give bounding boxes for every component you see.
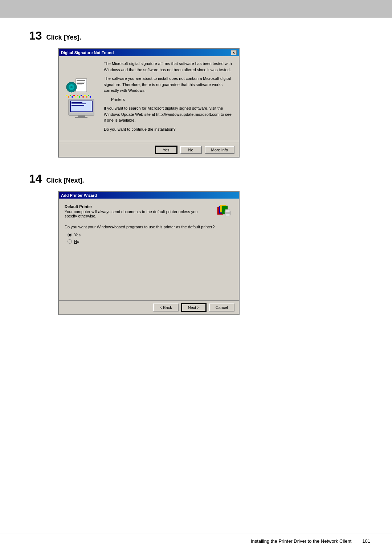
wizard-section-info: Default Printer Your computer will alway… — [65, 204, 203, 218]
radio-yes-label: Yes — [74, 233, 81, 237]
step-14-header: 14 Click [Next]. — [29, 172, 363, 186]
more-info-button[interactable]: More Info — [205, 146, 234, 154]
radio-no-label: No — [74, 239, 79, 244]
dialog-question: Do you want to continue the installation… — [104, 126, 234, 133]
radio-no-item: No — [68, 239, 233, 244]
svg-rect-27 — [72, 105, 84, 106]
no-button[interactable]: No — [180, 146, 202, 154]
svg-point-12 — [73, 95, 75, 96]
dialog-close-button[interactable]: × — [231, 50, 237, 55]
svg-rect-36 — [225, 214, 230, 216]
svg-point-20 — [88, 95, 89, 96]
step-13-instruction: Click [Yes]. — [46, 34, 81, 41]
dialog-title: Digital Signature Not Found — [61, 50, 114, 55]
step-14-section: 14 Click [Next]. Add Printer Wizard Defa… — [29, 172, 363, 315]
svg-rect-25 — [72, 102, 82, 103]
svg-point-16 — [81, 95, 82, 96]
digital-signature-icon — [65, 78, 98, 118]
dialog-text-content: The Microsoft digital signature affirms … — [104, 61, 234, 135]
svg-point-18 — [84, 95, 86, 96]
step-14-number: 14 — [29, 172, 42, 186]
radio-group: Yes No — [68, 233, 233, 244]
dialog-body: The Microsoft digital signature affirms … — [59, 56, 239, 139]
svg-point-13 — [75, 96, 77, 98]
wizard-body: Default Printer Your computer will alway… — [59, 199, 239, 300]
footer-text: Installing the Printer Driver to the Net… — [251, 538, 351, 544]
dialog-icon-area — [63, 61, 99, 135]
wizard-section-title: Default Printer — [65, 204, 203, 209]
wizard-section-desc: Your computer will always send documents… — [65, 209, 203, 218]
cancel-button[interactable]: Cancel — [209, 304, 234, 311]
dialog-titlebar: Digital Signature Not Found × — [59, 49, 239, 56]
step-13-number: 13 — [29, 29, 42, 42]
radio-yes-button[interactable] — [68, 233, 72, 237]
svg-point-19 — [86, 96, 87, 98]
svg-point-15 — [79, 96, 80, 98]
footer: Installing the Printer Driver to the Net… — [251, 538, 370, 544]
wizard-section-header: Default Printer Your computer will alway… — [65, 204, 233, 219]
svg-rect-2 — [77, 82, 85, 82]
svg-rect-4 — [77, 85, 82, 85]
footer-page: 101 — [362, 538, 370, 544]
dialog-text3: If you want to search for Microsoft digi… — [104, 105, 234, 123]
wizard-printer-icon — [217, 204, 231, 219]
step-14-instruction: Click [Next]. — [46, 177, 84, 184]
svg-point-11 — [72, 96, 73, 98]
dialog-buttons: Yes No More Info — [59, 143, 239, 157]
top-bar — [0, 0, 392, 18]
svg-rect-26 — [72, 103, 86, 104]
svg-rect-35 — [225, 209, 230, 212]
wizard-icon-area — [215, 204, 233, 219]
digital-signature-dialog: Digital Signature Not Found × — [58, 48, 240, 158]
dialog-text1: The Microsoft digital signature affirms … — [104, 61, 234, 73]
dialog-text2: The software you are about to install do… — [104, 76, 234, 94]
radio-no-button[interactable] — [68, 239, 72, 244]
wizard-titlebar: Add Printer Wizard — [59, 192, 239, 199]
wizard-question: Do you want your Windows-based programs … — [65, 225, 233, 229]
svg-point-10 — [70, 95, 71, 96]
svg-point-9 — [68, 96, 69, 98]
yes-button[interactable]: Yes — [155, 146, 177, 154]
svg-point-17 — [82, 96, 84, 98]
dialog-device-name: Printers — [111, 97, 234, 103]
svg-rect-29 — [75, 117, 87, 118]
svg-point-21 — [90, 96, 91, 98]
bottom-rule — [0, 534, 392, 534]
back-button[interactable]: < Back — [153, 304, 179, 311]
add-printer-wizard-dialog: Add Printer Wizard Default Printer Your … — [58, 191, 240, 315]
svg-rect-28 — [78, 115, 85, 117]
step-13-section: 13 Click [Yes]. Digital Signature Not Fo… — [29, 29, 363, 158]
svg-point-8 — [66, 95, 68, 96]
svg-rect-3 — [77, 83, 84, 84]
radio-yes-item: Yes — [68, 233, 233, 237]
next-button[interactable]: Next > — [181, 304, 206, 311]
dialog-separator — [59, 141, 239, 141]
wizard-buttons: < Back Next > Cancel — [59, 301, 239, 314]
step-13-header: 13 Click [Yes]. — [29, 29, 363, 42]
svg-point-14 — [77, 95, 78, 96]
svg-rect-1 — [77, 80, 85, 81]
svg-rect-24 — [71, 101, 92, 111]
wizard-title: Add Printer Wizard — [61, 193, 97, 197]
svg-point-7 — [70, 86, 73, 88]
